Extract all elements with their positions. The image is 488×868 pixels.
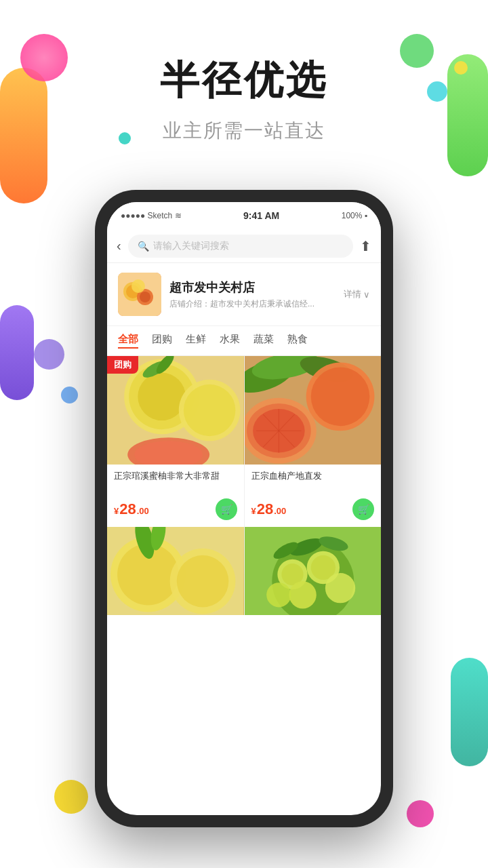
store-avatar (118, 273, 161, 316)
store-info: 超市发中关村店 店铺介绍：超市发中关村店秉承诚信经... (161, 279, 344, 310)
product-info-2: 正宗血柚产地直发 ¥ 28 .00 🛒 (245, 465, 382, 527)
product-price-2: ¥ 28 .00 (251, 500, 287, 518)
search-icon: 🔍 (138, 241, 149, 252)
add-to-cart-button-1[interactable]: 🛒 (216, 498, 237, 520)
deco-pink-blob-bot (407, 800, 434, 827)
price-main-1: 28 (119, 500, 136, 518)
svg-point-47 (325, 573, 354, 603)
product-price-row-1: ¥ 28 .00 🛒 (114, 498, 237, 520)
product-card-1: 团购 正宗琯溪蜜柚非常大非常甜 ¥ 28 .00 🛒 (107, 356, 244, 527)
store-detail-label: 详情 (344, 288, 361, 300)
phone-screen: ●●●●● Sketch ≋ 9:41 AM 100% ▪ ‹ 🔍 请输入关键词… (107, 202, 381, 815)
tab-fresh[interactable]: 生鲜 (186, 333, 206, 349)
tab-cooked[interactable]: 熟食 (287, 333, 308, 349)
svg-point-5 (131, 279, 145, 293)
deco-yellow-blob-bot (54, 780, 88, 814)
status-battery: 100% ▪ (342, 211, 367, 220)
search-placeholder-text: 请输入关键词搜索 (153, 240, 229, 252)
price-symbol-1: ¥ (114, 506, 119, 516)
status-carrier: ●●●●● Sketch ≋ (121, 211, 182, 220)
product-info-1: 正宗琯溪蜜柚非常大非常甜 ¥ 28 .00 🛒 (107, 465, 244, 527)
product-image-1: 团购 (107, 356, 244, 465)
product-card-2: 正宗血柚产地直发 ¥ 28 .00 🛒 (245, 356, 382, 527)
tab-all[interactable]: 全部 (118, 333, 138, 349)
share-button[interactable]: ⬆ (360, 238, 371, 254)
price-decimal-2: .00 (274, 506, 286, 516)
tab-fruit[interactable]: 水果 (220, 333, 240, 349)
price-main-2: 28 (257, 500, 273, 518)
svg-point-48 (266, 583, 291, 607)
product-name-1: 正宗琯溪蜜柚非常大非常甜 (114, 470, 237, 494)
svg-point-37 (177, 555, 229, 608)
store-detail-button[interactable]: 详情 ∨ (344, 288, 370, 300)
tab-veg[interactable]: 蔬菜 (253, 333, 274, 349)
app-bar: ‹ 🔍 请输入关键词搜索 ⬆ (107, 229, 381, 263)
deco-purple-pill-left (0, 305, 34, 400)
product-image-2 (245, 356, 382, 465)
product-price-1: ¥ 28 .00 (114, 500, 149, 518)
deco-teal-pill-right (451, 658, 488, 766)
deco-blue-blob-bot (61, 387, 78, 403)
product-name-2: 正宗血柚产地直发 (251, 470, 375, 494)
phone-mockup: ●●●●● Sketch ≋ 9:41 AM 100% ▪ ‹ 🔍 请输入关键词… (95, 190, 393, 827)
product-price-row-2: ¥ 28 .00 🛒 (251, 498, 375, 520)
store-desc: 店铺介绍：超市发中关村店秉承诚信经... (169, 298, 344, 310)
svg-text:🛒: 🛒 (358, 504, 370, 515)
tab-group[interactable]: 团购 (152, 333, 172, 349)
back-button[interactable]: ‹ (117, 238, 121, 254)
store-name: 超市发中关村店 (169, 279, 344, 296)
product-grid: 团购 正宗琯溪蜜柚非常大非常甜 ¥ 28 .00 🛒 (107, 356, 381, 527)
store-header: 超市发中关村店 店铺介绍：超市发中关村店秉承诚信经... 详情 ∨ (107, 263, 381, 326)
store-avatar-image (118, 273, 161, 316)
deco-purple-blob-mid (34, 339, 64, 370)
svg-point-4 (140, 292, 150, 302)
add-to-cart-button-2[interactable]: 🛒 (352, 498, 374, 520)
title-section: 半径优选 业主所需一站直达 (0, 54, 488, 144)
price-decimal-1: .00 (137, 506, 149, 516)
status-time: 9:41 AM (243, 210, 279, 221)
bottom-product-1 (107, 527, 244, 615)
svg-point-23 (310, 368, 369, 427)
sub-title: 业主所需一站直达 (0, 118, 488, 144)
bottom-product-row (107, 527, 381, 615)
bottom-product-2 (245, 527, 382, 615)
svg-text:🛒: 🛒 (220, 504, 232, 515)
main-title: 半径优选 (0, 54, 488, 107)
chevron-down-icon: ∨ (363, 290, 370, 300)
status-bar: ●●●●● Sketch ≋ 9:41 AM 100% ▪ (107, 202, 381, 229)
product-badge-1: 团购 (107, 356, 138, 374)
svg-point-9 (138, 373, 186, 421)
phone-outer: ●●●●● Sketch ≋ 9:41 AM 100% ▪ ‹ 🔍 请输入关键词… (95, 190, 393, 827)
price-symbol-2: ¥ (251, 506, 256, 516)
svg-point-11 (184, 384, 236, 437)
category-tabs: 全部 团购 生鲜 水果 蔬菜 熟食 (107, 326, 381, 356)
svg-point-46 (289, 581, 316, 608)
search-box[interactable]: 🔍 请输入关键词搜索 (128, 235, 353, 258)
